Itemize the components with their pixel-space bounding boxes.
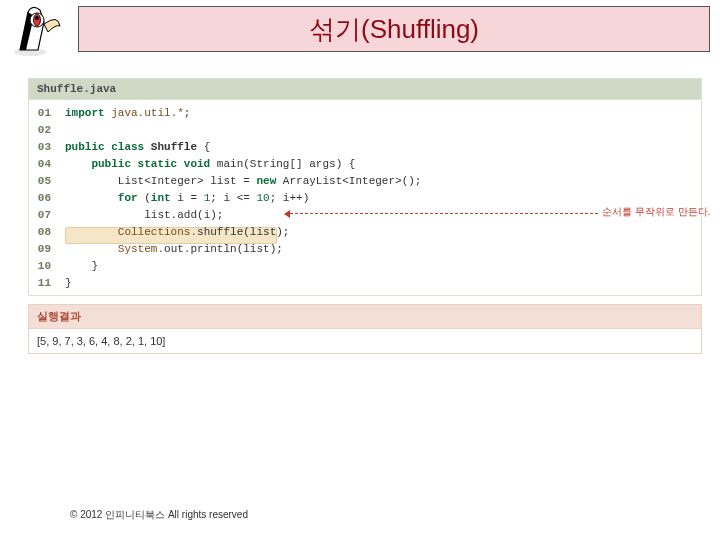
code-body: 01 02 03 04 05 06 07 08 09 10 11 import … bbox=[29, 100, 701, 295]
line-number-gutter: 01 02 03 04 05 06 07 08 09 10 11 bbox=[29, 100, 57, 295]
line-number: 05 bbox=[29, 172, 57, 189]
svg-point-3 bbox=[35, 16, 39, 20]
line-number: 07 bbox=[29, 206, 57, 223]
code-line bbox=[57, 121, 701, 138]
line-number: 10 bbox=[29, 257, 57, 274]
result-label: 실행결과 bbox=[29, 305, 701, 329]
code-line: List<Integer> list = new ArrayList<Integ… bbox=[57, 172, 701, 189]
annotation-arrow bbox=[290, 213, 598, 214]
code-line: import java.util.*; bbox=[57, 104, 701, 121]
line-number: 11 bbox=[29, 274, 57, 291]
result-card: 실행결과 [5, 9, 7, 3, 6, 4, 8, 2, 1, 10] bbox=[28, 304, 702, 354]
code-line: } bbox=[57, 257, 701, 274]
code-line: public static void main(String[] args) { bbox=[57, 155, 701, 172]
copyright-footer: © 2012 인피니티북스 All rights reserved bbox=[70, 508, 248, 522]
line-number: 06 bbox=[29, 189, 57, 206]
code-filename: Shuffle.java bbox=[29, 79, 701, 100]
code-line: for (int i = 1; i <= 10; i++) bbox=[57, 189, 701, 206]
code-lines: import java.util.*; public class Shuffle… bbox=[57, 100, 701, 295]
line-number: 02 bbox=[29, 121, 57, 138]
line-number: 09 bbox=[29, 240, 57, 257]
result-output: [5, 9, 7, 3, 6, 4, 8, 2, 1, 10] bbox=[29, 329, 701, 353]
line-number: 03 bbox=[29, 138, 57, 155]
page-title: 섞기(Shuffling) bbox=[309, 12, 479, 47]
code-line: } bbox=[57, 274, 701, 291]
annotation-text: 순서를 무작위로 만든다. bbox=[602, 205, 710, 219]
line-number: 04 bbox=[29, 155, 57, 172]
line-number: 08 bbox=[29, 223, 57, 240]
code-line: public class Shuffle { bbox=[57, 138, 701, 155]
code-line: System.out.println(list); bbox=[57, 240, 701, 257]
java-duke-logo bbox=[10, 2, 70, 58]
line-number: 01 bbox=[29, 104, 57, 121]
code-line: Collections.shuffle(list); bbox=[57, 223, 701, 240]
code-card: Shuffle.java 01 02 03 04 05 06 07 08 09 … bbox=[28, 78, 702, 296]
title-bar: 섞기(Shuffling) bbox=[78, 6, 710, 52]
